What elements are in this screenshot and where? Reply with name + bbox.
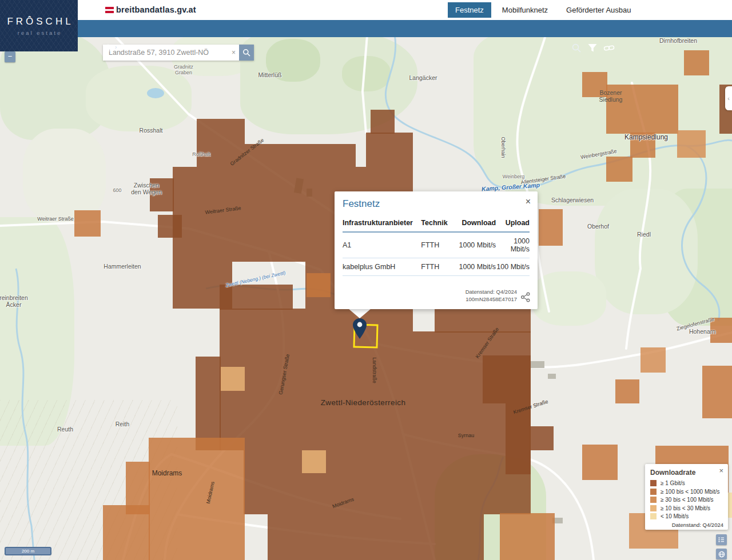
map-label: Kamp, Großer Kamp: [482, 181, 540, 192]
map-label: Zwischen den Wegen: [131, 182, 162, 195]
map-label: Riedl: [637, 231, 651, 238]
home-icon[interactable]: [104, 43, 112, 51]
map-label: Gerungser Straße: [278, 354, 291, 395]
map-label: Oberhof: [587, 223, 609, 230]
table-row: kabelplus GmbHFTTH1000 Mbit/s100 Mbit/s: [343, 258, 530, 276]
search-button[interactable]: [239, 45, 254, 61]
map-label: Dirnhofbreiten: [659, 37, 697, 44]
table-cell: FTTH: [421, 232, 453, 258]
map-label: Bozener Siedlung: [599, 89, 623, 103]
table-row: A1FTTH1000 Mbit/s1000 Mbit/s: [343, 232, 530, 258]
popup-meta: Datenstand: Q4/2024 100mN28458E47017: [466, 289, 517, 303]
map-label: Moidrams: [205, 481, 216, 505]
filter-icon[interactable]: [587, 43, 598, 53]
map-label: Reith: [116, 421, 130, 427]
map-label: Gradnitzer Straße: [229, 137, 265, 167]
map-label: Reuth: [57, 426, 73, 433]
tab-gef-rderter-ausbau[interactable]: Geförderter Ausbau: [559, 2, 638, 18]
legend-toggle-button[interactable]: [716, 534, 727, 545]
link-icon[interactable]: [603, 43, 614, 53]
map-label: Syrnau: [458, 433, 475, 438]
popup-title: Festnetz: [343, 198, 380, 210]
legend-item: ≥ 100 bis < 1000 Mbit/s: [650, 489, 723, 495]
legend-label: < 10 Mbit/s: [661, 513, 689, 519]
attribution-button[interactable]: [716, 549, 727, 559]
table-header: Upload: [496, 215, 530, 232]
map-label: Zwettl-Niederösterreich: [321, 398, 406, 407]
map-label: Moidrams: [152, 470, 182, 478]
legend-swatch: [650, 497, 657, 503]
top-bar: breitbandatlas.gv.at FestnetzMobilfunkne…: [0, 0, 732, 20]
map-label: Langäcker: [409, 74, 437, 81]
legend-data-status: Datenstand: Q4/2024: [650, 522, 723, 528]
map-label: 600: [113, 187, 121, 193]
legend-item: ≥ 30 bis < 100 Mbit/s: [650, 497, 723, 503]
close-icon[interactable]: ×: [526, 197, 531, 206]
festnetz-popup: Festnetz × InfrastrukturanbieterTechnikD…: [335, 191, 538, 309]
map-label: Weinbergstraße: [580, 148, 618, 160]
map-label: Landstraße: [372, 357, 377, 383]
legend-label: ≥ 30 bis < 100 Mbit/s: [661, 497, 713, 503]
legend-swatch: [650, 505, 657, 511]
breadcrumb-bar: › Festnetz: [0, 20, 732, 37]
breadcrumb-separator: ›: [115, 44, 117, 50]
zoom-out-button[interactable]: −: [5, 51, 15, 62]
map-label: Oberhain: [500, 137, 506, 158]
map-label: Weitraer Straße: [37, 216, 73, 222]
legend-item: ≥ 1 Gbit/s: [650, 480, 723, 486]
map-label: Weinberg: [503, 174, 524, 179]
table-header: Download: [453, 215, 496, 232]
map-label: Roßhalt: [192, 151, 210, 157]
legend-swatch: [650, 489, 657, 495]
table-cell: 100 Mbit/s: [496, 258, 530, 276]
panel-collapse-toggle[interactable]: ‹: [725, 86, 732, 110]
table-cell: 1000 Mbit/s: [496, 232, 530, 258]
map-label: Kampsiedlung: [624, 134, 668, 142]
header-tabs: FestnetzMobilfunknetzGeförderter Ausbau: [448, 2, 639, 18]
map-label: Kremser Straße: [475, 326, 500, 359]
legend-title: Downloadrate: [650, 469, 723, 477]
table-cell: A1: [343, 232, 421, 258]
share-icon[interactable]: [520, 292, 531, 302]
provider-table: InfrastrukturanbieterTechnikDownloadUplo…: [343, 215, 530, 276]
breadcrumb-current: Festnetz: [120, 44, 146, 51]
legend-label: ≥ 1 Gbit/s: [661, 480, 685, 486]
legend-item: ≥ 10 bis < 30 Mbit/s: [650, 505, 723, 511]
map-label: Mitterlüß: [258, 71, 282, 78]
map-label: Weitraer Straße: [205, 205, 241, 215]
logo-title: FRÔSCHL: [7, 16, 73, 27]
map-label: reinbreiten Äcker: [0, 294, 28, 308]
froeschl-logo: FRÔSCHL real estate: [0, 0, 78, 51]
legend-item: < 10 Mbit/s: [650, 513, 723, 519]
map-label: Schlagerwiesen: [551, 197, 594, 203]
tab-festnetz[interactable]: Festnetz: [448, 2, 491, 18]
site-title: breitbandatlas.gv.at: [116, 5, 196, 14]
map-label: Zwettl (Nebeng.) (bei Zwettl): [225, 270, 287, 289]
map-label: Moidrams: [332, 496, 355, 509]
tab-mobilfunknetz[interactable]: Mobilfunknetz: [495, 2, 555, 18]
scale-bar: 200 m: [5, 547, 51, 555]
map-label: Gradnitz Graben: [174, 64, 193, 76]
table-header: Infrastrukturanbieter: [343, 215, 421, 232]
breitbandatlas-app: Zwettl-NiederösterreichMoidramsKampsiedl…: [0, 0, 732, 560]
table-cell: 1000 Mbit/s: [453, 232, 496, 258]
legend-label: ≥ 10 bis < 30 Mbit/s: [661, 505, 710, 511]
logo-subtitle: real estate: [18, 30, 62, 36]
close-icon[interactable]: ×: [719, 466, 723, 475]
table-header: Technik: [421, 215, 453, 232]
map-label: Hohenarn: [689, 328, 715, 335]
search-icon[interactable]: [571, 43, 582, 53]
map-label: Hammerleiten: [104, 263, 141, 270]
map-label: Kremser Straße: [512, 398, 549, 415]
legend-label: ≥ 100 bis < 1000 Mbit/s: [661, 489, 720, 495]
location-pin-icon: [353, 318, 367, 339]
download-legend: Downloadrate × ≥ 1 Gbit/s≥ 100 bis < 100…: [645, 464, 728, 530]
legend-swatch: [650, 480, 657, 486]
clear-icon[interactable]: ×: [232, 49, 236, 57]
popup-data-status: Datenstand: Q4/2024: [466, 289, 517, 296]
table-cell: 1000 Mbit/s: [453, 258, 496, 276]
popup-cell-code: 100mN28458E47017: [466, 296, 517, 303]
popup-tail: [348, 309, 371, 318]
table-cell: kabelplus GmbH: [343, 258, 421, 276]
table-cell: FTTH: [421, 258, 453, 276]
